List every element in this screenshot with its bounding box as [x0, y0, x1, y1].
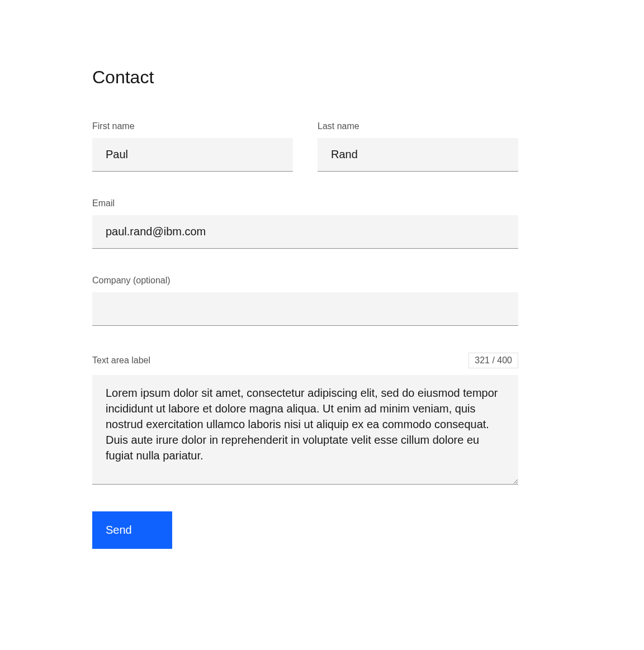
- send-button[interactable]: Send: [92, 511, 172, 549]
- company-field: Company (optional): [92, 276, 518, 326]
- name-row: First name Last name: [92, 121, 518, 172]
- first-name-input[interactable]: [92, 138, 293, 172]
- message-label-row: Text area label 321 / 400: [92, 353, 518, 368]
- email-label: Email: [92, 198, 518, 208]
- first-name-label: First name: [92, 121, 293, 131]
- company-label: Company (optional): [92, 276, 518, 286]
- email-field: Email: [92, 198, 518, 249]
- character-counter: 321 / 400: [468, 353, 518, 368]
- page-title: Contact: [92, 67, 518, 88]
- last-name-field: Last name: [318, 121, 518, 172]
- email-input[interactable]: [92, 215, 518, 249]
- message-label: Text area label: [92, 355, 150, 366]
- company-input[interactable]: [92, 292, 518, 326]
- last-name-label: Last name: [318, 121, 518, 131]
- message-textarea[interactable]: [92, 375, 518, 485]
- last-name-input[interactable]: [318, 138, 518, 172]
- contact-form: Contact First name Last name Email Compa…: [92, 67, 518, 549]
- message-field: Text area label 321 / 400: [92, 353, 518, 485]
- first-name-field: First name: [92, 121, 293, 172]
